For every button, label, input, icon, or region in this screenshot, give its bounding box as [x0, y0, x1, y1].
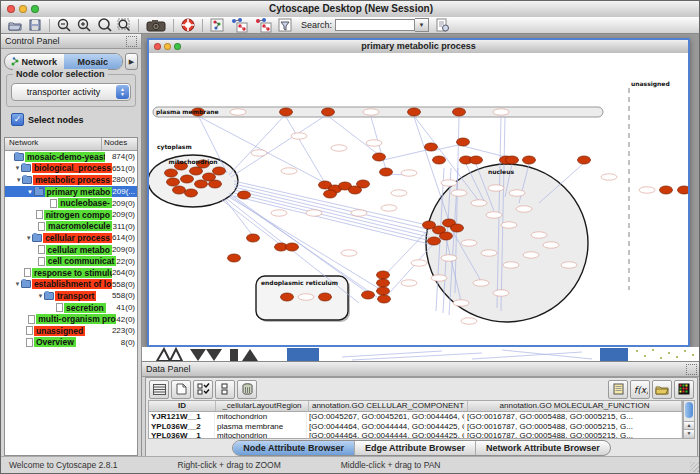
delete-attribute-icon[interactable] — [237, 380, 257, 399]
zoom-fit-icon[interactable] — [95, 18, 113, 33]
status-bar: Welcome to Cytoscape 2.8.1 Right-click +… — [1, 456, 700, 473]
search-index-icon[interactable] — [433, 18, 451, 33]
search-input[interactable] — [335, 19, 415, 31]
tree-row[interactable]: nucleobase-209(0) — [5, 197, 137, 209]
tree-col-nodes[interactable]: Nodes — [102, 138, 137, 150]
tab-mosaic[interactable]: Mosaic — [64, 54, 123, 69]
col-region[interactable]: _cellularLayoutRegion — [216, 401, 309, 411]
col-cellular-component[interactable]: annotation.GO CELLULAR_COMPONENT — [309, 401, 468, 411]
heatmap-icon[interactable] — [674, 380, 694, 399]
table-row[interactable]: YPL036W__1mitochondrion[GO:0044464, GO:0… — [149, 431, 682, 439]
tree-row[interactable]: ▼transport558(0) — [5, 290, 137, 302]
tree-row[interactable]: cell communicat22(0) — [5, 255, 137, 267]
file-icon — [36, 210, 43, 219]
expand-arrow-icon[interactable]: ▼ — [14, 281, 21, 287]
zoom-selected-icon[interactable] — [115, 18, 133, 33]
tree-row[interactable]: cellular metabo209(0) — [5, 244, 137, 256]
tree-row[interactable]: ▼cellular process614(0) — [5, 232, 137, 244]
tab-node-attribute-browser[interactable]: Node Attribute Browser — [233, 441, 355, 455]
network-canvas[interactable]: plasma membranecytoplasmmitochondrionnuc… — [149, 53, 688, 345]
network-window-titlebar[interactable]: primary metabolic process — [149, 40, 688, 54]
browser-tabs: Node Attribute BrowserEdge Attribute Bro… — [146, 440, 697, 455]
float-panel-icon[interactable] — [686, 364, 697, 375]
file-icon — [24, 268, 31, 277]
table-cell: [GO:0016787, GO:0005488, GO:0005215, G..… — [465, 412, 682, 422]
col-id[interactable]: ID — [149, 401, 216, 411]
expand-arrow-icon[interactable]: ▼ — [14, 165, 21, 171]
new-attribute-icon[interactable] — [171, 380, 191, 399]
tree-row[interactable]: unassigned223(0) — [5, 325, 137, 337]
folder-icon — [14, 153, 24, 161]
tab-network-attribute-browser[interactable]: Network Attribute Browser — [476, 441, 610, 455]
help-lifesaver-icon[interactable] — [179, 18, 197, 33]
tab-edge-attribute-browser[interactable]: Edge Attribute Browser — [355, 441, 476, 455]
tree-row[interactable]: mosaic-demo-yeast874(0) — [5, 151, 137, 163]
function-builder-icon[interactable]: f(x) — [630, 380, 650, 399]
table-row[interactable]: YPL036W__2plasma membrane[GO:0044464, GO… — [149, 422, 682, 432]
tree-row[interactable]: ▼biological_process651(0) — [5, 163, 137, 175]
tree-row-label: multi-organism pro — [36, 314, 116, 324]
expand-arrow-icon[interactable]: ▼ — [37, 293, 44, 299]
data-panel-toolbar: f(x) — [146, 378, 697, 400]
tree-row[interactable]: nitrogen compo209(0) — [5, 209, 137, 221]
table-scrollbar[interactable]: ▲ ▼ — [683, 400, 695, 439]
network-overview-icon[interactable] — [208, 18, 226, 33]
control-panel-header: Control Panel — [1, 34, 141, 49]
more-tabs-button[interactable]: ▶ — [125, 53, 138, 70]
select-nodes-row: ✓ Select nodes — [11, 113, 141, 126]
tree-row[interactable]: ▼establishment of lo558(0) — [5, 279, 137, 291]
tree-row[interactable]: multi-organism pro42(0) — [5, 313, 137, 325]
status-pan-hint: Middle-click + drag to PAN — [341, 460, 441, 470]
expand-arrow-icon[interactable]: ▼ — [15, 177, 22, 183]
tree-row[interactable]: response to stimulu264(0) — [5, 267, 137, 279]
attribute-table-header: ID _cellularLayoutRegion annotation.GO C… — [149, 401, 682, 412]
expand-arrow-icon[interactable]: ▼ — [25, 235, 32, 241]
col-molecular-function[interactable]: annotation.GO MOLECULAR_FUNCTION — [468, 401, 682, 411]
attribute-table[interactable]: ID _cellularLayoutRegion annotation.GO C… — [148, 400, 683, 439]
float-panel-icon[interactable] — [126, 36, 137, 47]
scroll-down-icon[interactable]: ▼ — [684, 429, 694, 438]
table-cell: [GO:0045267, GO:0045261, GO:0044464, G..… — [307, 412, 465, 422]
window-title: Cytoscape Desktop (New Session) — [1, 3, 700, 14]
tree-row[interactable]: secretion41(0) — [5, 302, 137, 314]
layout-red-icon[interactable] — [228, 18, 250, 33]
folder-icon — [32, 234, 42, 242]
open-session-button[interactable] — [6, 18, 24, 33]
search-label: Search: — [301, 20, 332, 30]
tab-network[interactable]: Network — [5, 54, 64, 69]
select-columns-icon[interactable] — [215, 380, 235, 399]
tree-row[interactable]: ▼metabolic process280(0) — [5, 174, 137, 186]
network-view-window[interactable]: primary metabolic process plasma membran… — [147, 38, 690, 347]
search-dropdown-button[interactable]: ▼ — [415, 18, 429, 32]
tree-row-label: cellular process — [43, 233, 112, 243]
folder-icon — [44, 292, 54, 300]
table-row[interactable]: YJR121W__1mitochondrion[GO:0045267, GO:0… — [149, 412, 682, 422]
tree-col-network[interactable]: Network — [5, 138, 102, 150]
expand-arrow-icon[interactable]: ▼ — [27, 189, 34, 195]
node-color-dropdown[interactable]: transporter activity ▲▼ — [11, 83, 131, 101]
background-network-window[interactable] — [142, 347, 700, 361]
tree-row-label: unassigned — [34, 326, 85, 336]
tree-row[interactable]: ▼primary metabo209(... — [5, 186, 137, 198]
select-nodes-checkbox[interactable]: ✓ — [11, 113, 24, 126]
annotation-icon[interactable] — [276, 18, 294, 33]
tree-row-label: cell communicat — [46, 256, 117, 266]
attribute-matrix-icon[interactable] — [149, 380, 169, 399]
toolbar-separator — [138, 19, 139, 32]
select-attributes-icon[interactable] — [193, 380, 213, 399]
resize-grip[interactable] — [690, 462, 700, 472]
tree-row[interactable]: Overview8(0) — [5, 337, 137, 349]
tree-row-count: 280(0) — [112, 175, 137, 184]
zoom-out-icon[interactable] — [55, 18, 73, 33]
zoom-in-icon[interactable] — [75, 18, 93, 33]
network-canvas-svg: plasma membranecytoplasmmitochondrionnuc… — [149, 53, 688, 345]
scrollbar-thumb[interactable] — [685, 402, 693, 418]
tree-row[interactable]: macromolecule311(0) — [5, 221, 137, 233]
layout-blue-icon[interactable] — [252, 18, 274, 33]
table-cell: mitochondrion — [215, 431, 307, 439]
import-attributes-icon[interactable] — [652, 380, 672, 399]
snapshot-camera-icon[interactable] — [144, 18, 168, 33]
svg-text:unassigned: unassigned — [631, 80, 670, 88]
notepad-icon[interactable] — [608, 380, 628, 399]
save-session-button[interactable] — [26, 18, 44, 33]
